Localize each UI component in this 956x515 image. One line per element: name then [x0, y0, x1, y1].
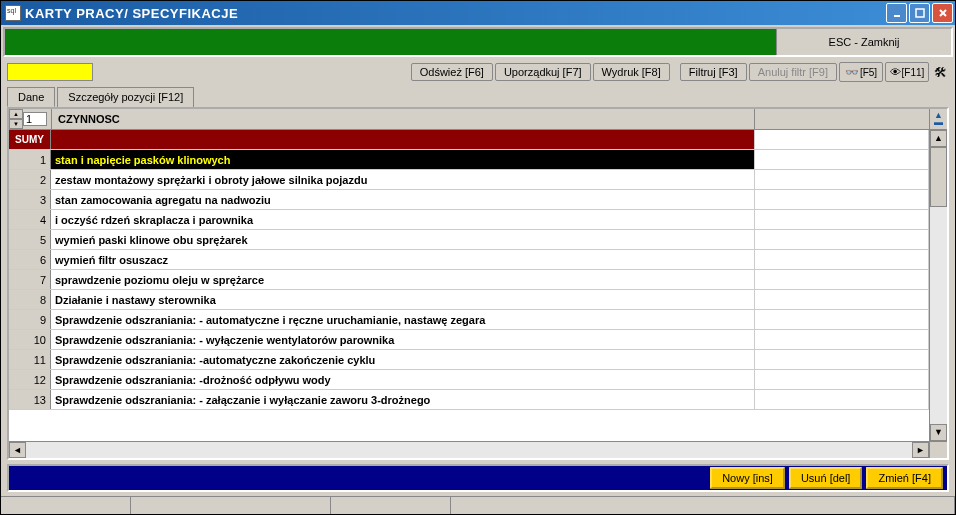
status-1	[1, 497, 131, 514]
row-number: 1	[9, 150, 51, 169]
row-cell-czynnosc: Sprawdzenie odszraniania: -drożność odpł…	[51, 370, 755, 389]
row-cell-empty	[755, 230, 929, 249]
status-bar	[1, 496, 955, 514]
scroll-left-icon[interactable]: ◄	[9, 442, 26, 458]
status-4	[451, 497, 955, 514]
table-row[interactable]: 7sprawdzenie poziomu oleju w sprężarce	[9, 270, 929, 290]
scroll-right-icon[interactable]: ►	[912, 442, 929, 458]
row-cell-czynnosc: Sprawdzenie odszraniania: - załączanie i…	[51, 390, 755, 409]
sumy-cell2	[755, 130, 929, 149]
esc-close-button[interactable]: ESC - Zamknij	[776, 29, 951, 55]
column-header-empty	[755, 109, 929, 129]
row-cell-czynnosc: Działanie i nastawy sterownika	[51, 290, 755, 309]
table-row[interactable]: 6wymień filtr osuszacz	[9, 250, 929, 270]
filter-button[interactable]: Filtruj [F3]	[680, 63, 747, 81]
row-cell-czynnosc: stan zamocowania agregatu na nadwoziu	[51, 190, 755, 209]
row-cell-empty	[755, 270, 929, 289]
scroll-indicator[interactable]: ▲ ▬	[929, 109, 947, 129]
table-row[interactable]: 4i oczyść rdzeń skraplacza i parownika	[9, 210, 929, 230]
row-cell-empty	[755, 170, 929, 189]
row-cell-empty	[755, 290, 929, 309]
rect-icon: ▬	[934, 119, 943, 126]
row-number: 4	[9, 210, 51, 229]
close-button[interactable]	[932, 3, 953, 23]
tab-dane[interactable]: Dane	[7, 87, 55, 107]
spin-up-icon[interactable]: ▲	[9, 109, 23, 119]
print-button[interactable]: Wydruk [F8]	[593, 63, 670, 81]
table-row[interactable]: 2zestaw montażowy sprężarki i obroty jał…	[9, 170, 929, 190]
tools-icon[interactable]: 🛠	[931, 63, 949, 81]
table-row[interactable]: 3stan zamocowania agregatu na nadwoziu	[9, 190, 929, 210]
table-row[interactable]: 1stan i napięcie pasków klinowych	[9, 150, 929, 170]
row-number: 9	[9, 310, 51, 329]
data-grid: ▲ ▼ CZYNNOSC ▲ ▬ SUMY 1stan i napięcie p…	[7, 107, 949, 460]
row-cell-czynnosc: Sprawdzenie odszraniania: - wyłączenie w…	[51, 330, 755, 349]
tab-strip: Dane Szczegóły pozycji [F12]	[1, 87, 955, 107]
table-row[interactable]: 8Działanie i nastawy sterownika	[9, 290, 929, 310]
status-2	[131, 497, 331, 514]
vertical-scrollbar[interactable]: ▲ ▼	[929, 130, 947, 441]
scroll-thumb[interactable]	[930, 147, 947, 207]
row-number: 10	[9, 330, 51, 349]
row-cell-czynnosc: wymień paski klinowe obu sprężarek	[51, 230, 755, 249]
titlebar: sql KARTY PRACY/ SPECYFIKACJE	[1, 1, 955, 25]
table-row[interactable]: 13Sprawdzenie odszraniania: - załączanie…	[9, 390, 929, 410]
row-number: 2	[9, 170, 51, 189]
grid-rows: SUMY 1stan i napięcie pasków klinowych2z…	[9, 130, 929, 441]
cancel-filter-button[interactable]: Anuluj filtr [F9]	[749, 63, 837, 81]
row-number: 11	[9, 350, 51, 369]
row-cell-czynnosc: sprawdzenie poziomu oleju w sprężarce	[51, 270, 755, 289]
f5-button[interactable]: 👓[F5]	[839, 62, 883, 82]
row-number: 12	[9, 370, 51, 389]
sumy-row[interactable]: SUMY	[9, 130, 929, 150]
row-number: 7	[9, 270, 51, 289]
f11-button[interactable]: 👁[F11]	[885, 62, 929, 82]
grid-header: ▲ ▼ CZYNNOSC ▲ ▬	[9, 109, 947, 130]
spin-down-icon[interactable]: ▼	[9, 119, 23, 129]
row-number: 13	[9, 390, 51, 409]
column-header-czynnosc[interactable]: CZYNNOSC	[51, 109, 755, 129]
tab-szczegoly[interactable]: Szczegóły pozycji [F12]	[57, 87, 194, 107]
row-cell-czynnosc: zestaw montażowy sprężarki i obroty jało…	[51, 170, 755, 189]
window-title: KARTY PRACY/ SPECYFIKACJE	[25, 6, 886, 21]
edit-button[interactable]: Zmień [F4]	[866, 467, 943, 489]
scroll-up-icon[interactable]: ▲	[930, 130, 947, 147]
refresh-button[interactable]: Odśwież [F6]	[411, 63, 493, 81]
row-cell-empty	[755, 190, 929, 209]
row-number: 6	[9, 250, 51, 269]
sort-button[interactable]: Uporządkuj [F7]	[495, 63, 591, 81]
glasses-icon: 👓	[845, 66, 859, 79]
table-row[interactable]: 5wymień paski klinowe obu sprężarek	[9, 230, 929, 250]
row-cell-empty	[755, 150, 929, 169]
row-cell-czynnosc: wymień filtr osuszacz	[51, 250, 755, 269]
table-row[interactable]: 12Sprawdzenie odszraniania: -drożność od…	[9, 370, 929, 390]
row-number: 3	[9, 190, 51, 209]
yellow-indicator	[7, 63, 93, 81]
table-row[interactable]: 9Sprawdzenie odszraniania: - automatyczn…	[9, 310, 929, 330]
row-cell-czynnosc: stan i napięcie pasków klinowych	[51, 150, 755, 169]
row-cell-empty	[755, 370, 929, 389]
sql-icon: sql	[5, 5, 21, 21]
current-row-input[interactable]	[23, 112, 47, 126]
scroll-down-icon[interactable]: ▼	[930, 424, 947, 441]
row-cell-czynnosc: Sprawdzenie odszraniania: - automatyczne…	[51, 310, 755, 329]
new-button[interactable]: Nowy [ins]	[710, 467, 785, 489]
maximize-button[interactable]	[909, 3, 930, 23]
row-cell-empty	[755, 350, 929, 369]
minimize-button[interactable]	[886, 3, 907, 23]
top-band: ESC - Zamknij	[3, 27, 953, 57]
table-row[interactable]: 10Sprawdzenie odszraniania: - wyłączenie…	[9, 330, 929, 350]
horizontal-scrollbar[interactable]: ◄ ►	[9, 441, 947, 458]
row-cell-empty	[755, 310, 929, 329]
delete-button[interactable]: Usuń [del]	[789, 467, 863, 489]
svg-rect-1	[916, 9, 924, 17]
action-bar: Nowy [ins] Usuń [del] Zmień [F4]	[7, 464, 949, 492]
sumy-cell	[51, 130, 755, 149]
row-cell-empty	[755, 390, 929, 409]
row-cell-empty	[755, 330, 929, 349]
row-spinner[interactable]: ▲ ▼	[9, 109, 23, 129]
table-row[interactable]: 11Sprawdzenie odszraniania: -automatyczn…	[9, 350, 929, 370]
status-3	[331, 497, 451, 514]
row-cell-empty	[755, 210, 929, 229]
row-cell-czynnosc: Sprawdzenie odszraniania: -automatyczne …	[51, 350, 755, 369]
